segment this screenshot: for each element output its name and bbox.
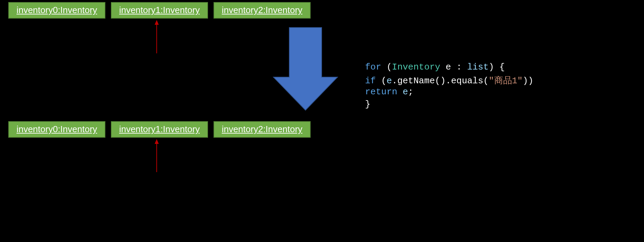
svg-marker-3 — [155, 139, 159, 144]
uml-object-bottom-2: inventory2:Inventory — [214, 121, 311, 138]
str-literal: "商品1" — [489, 76, 523, 86]
svg-marker-1 — [155, 20, 159, 25]
uml-object-label: inventory2:Inventory — [222, 5, 302, 15]
uml-object-label: inventory1:Inventory — [119, 124, 200, 135]
uml-object-top-0: inventory0:Inventory — [8, 2, 105, 19]
var-e: e — [386, 76, 392, 86]
txt: ( — [376, 76, 386, 86]
uml-object-label: inventory0:Inventory — [17, 5, 97, 15]
txt — [397, 87, 403, 97]
code-line-2: if (e.getName().equals("商品1")) — [365, 74, 533, 86]
code-line-1: for (Inventory e : list) { — [365, 62, 505, 72]
var-e-ret: e — [403, 87, 408, 97]
uml-object-label: inventory1:Inventory — [119, 5, 200, 15]
uml-object-label: inventory2:Inventory — [222, 124, 302, 135]
list-down-arrow-icon — [273, 28, 337, 110]
kw-return: return — [365, 87, 397, 97]
txt: ( — [381, 62, 392, 72]
code-line-3: return e; — [365, 87, 413, 97]
uml-object-top-1: inventory1:Inventory — [111, 2, 208, 19]
txt: )) — [523, 76, 533, 86]
txt: ) { — [489, 62, 505, 72]
kw-if: if — [365, 76, 376, 86]
uml-object-top-2: inventory2:Inventory — [214, 2, 311, 19]
txt: e : — [440, 62, 467, 72]
code-line-4: } — [365, 99, 371, 109]
diagram-canvas: inventory0:Inventory inventory1:Inventor… — [0, 0, 644, 242]
txt: ; — [408, 87, 414, 97]
pointer-arrow-bottom-icon — [155, 139, 159, 172]
var-list: list — [467, 62, 488, 72]
txt: .getName().equals( — [392, 76, 489, 86]
uml-object-label: inventory0:Inventory — [17, 124, 97, 135]
type-inventory: Inventory — [392, 62, 440, 72]
uml-object-bottom-0: inventory0:Inventory — [8, 121, 105, 138]
list-arrow-label: list — [296, 57, 308, 68]
uml-object-bottom-1: inventory1:Inventory — [111, 121, 208, 138]
pointer-arrow-top-icon — [155, 20, 159, 53]
brace: } — [365, 99, 371, 109]
kw-for: for — [365, 62, 381, 72]
